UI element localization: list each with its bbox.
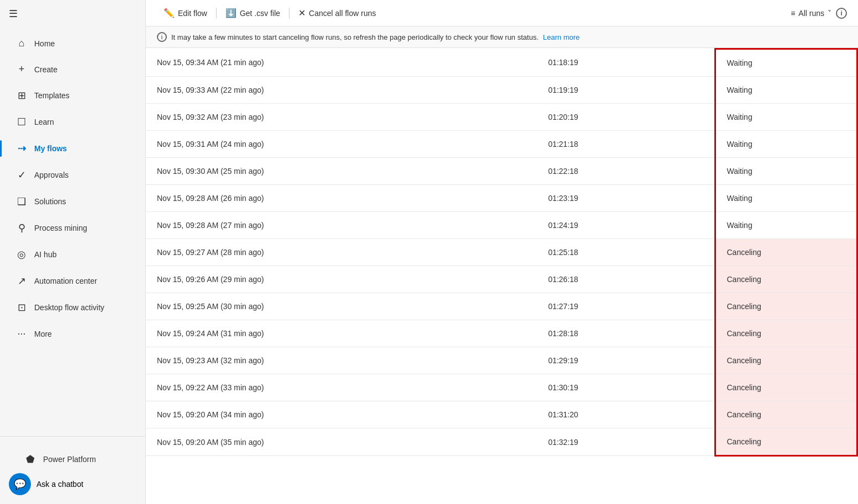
info-bar-icon: i bbox=[157, 32, 167, 42]
run-status: Waiting bbox=[715, 49, 857, 77]
sidebar-label-solutions: Solutions bbox=[34, 197, 66, 206]
table-row: Nov 15, 09:27 AM (28 min ago) 01:25:18 C… bbox=[146, 239, 857, 266]
edit-flow-label: Edit flow bbox=[178, 9, 207, 18]
sidebar-item-my-flows[interactable]: ⇢ My flows bbox=[4, 136, 141, 161]
get-csv-button[interactable]: ⬇️ Get .csv file bbox=[219, 4, 287, 22]
run-status: Waiting bbox=[715, 104, 857, 131]
run-duration: 01:20:19 bbox=[537, 104, 715, 131]
run-date: Nov 15, 09:30 AM (25 min ago) bbox=[146, 158, 537, 185]
table-row: Nov 15, 09:25 AM (30 min ago) 01:27:19 C… bbox=[146, 293, 857, 320]
toolbar: ✏️ Edit flow ⬇️ Get .csv file ✕ Cancel a… bbox=[146, 0, 858, 26]
sidebar-item-approvals[interactable]: ✓ Approvals bbox=[4, 162, 141, 188]
run-status: Waiting bbox=[715, 158, 857, 185]
sidebar-nav: ⌂ Home + Create ⊞ Templates ☐ Learn ⇢ My… bbox=[0, 28, 145, 436]
learn-icon: ☐ bbox=[15, 116, 28, 128]
run-date: Nov 15, 09:20 AM (34 min ago) bbox=[146, 401, 537, 428]
cancel-icon: ✕ bbox=[298, 8, 306, 18]
run-status: Waiting bbox=[715, 212, 857, 239]
run-status: Canceling bbox=[715, 320, 857, 347]
runs-table-area: Nov 15, 09:34 AM (21 min ago) 01:18:19 W… bbox=[146, 48, 858, 504]
run-date: Nov 15, 09:26 AM (29 min ago) bbox=[146, 266, 537, 293]
run-status: Canceling bbox=[715, 374, 857, 401]
run-duration: 01:24:19 bbox=[537, 212, 715, 239]
run-date: Nov 15, 09:27 AM (28 min ago) bbox=[146, 239, 537, 266]
edit-icon: ✏️ bbox=[164, 8, 175, 18]
toolbar-sep-2 bbox=[289, 8, 289, 19]
toolbar-info-icon[interactable]: i bbox=[836, 8, 847, 19]
run-status: Canceling bbox=[715, 347, 857, 374]
sidebar-item-templates[interactable]: ⊞ Templates bbox=[4, 83, 141, 108]
chatbot-label: Ask a chatbot bbox=[36, 480, 83, 489]
table-row: Nov 15, 09:30 AM (25 min ago) 01:22:18 W… bbox=[146, 158, 857, 185]
more-icon: ··· bbox=[15, 328, 28, 339]
run-duration: 01:30:19 bbox=[537, 374, 715, 401]
runs-table: Nov 15, 09:34 AM (21 min ago) 01:18:19 W… bbox=[146, 48, 858, 457]
sidebar-label-my-flows: My flows bbox=[34, 144, 67, 153]
solutions-icon: ❑ bbox=[15, 195, 28, 208]
cancel-runs-button[interactable]: ✕ Cancel all flow runs bbox=[292, 4, 382, 22]
my-flows-icon: ⇢ bbox=[15, 142, 28, 155]
sidebar-item-solutions[interactable]: ❑ Solutions bbox=[4, 189, 141, 214]
sidebar-bottom: ⬟ Power Platform 💬 Ask a chatbot bbox=[0, 436, 145, 504]
chatbot-icon: 💬 bbox=[9, 473, 31, 495]
sidebar-label-process-mining: Process mining bbox=[34, 224, 87, 232]
sidebar-label-automation-center: Automation center bbox=[34, 277, 97, 285]
run-date: Nov 15, 09:22 AM (33 min ago) bbox=[146, 374, 537, 401]
chevron-down-icon: ˅ bbox=[828, 9, 831, 18]
run-date: Nov 15, 09:23 AM (32 min ago) bbox=[146, 347, 537, 374]
sidebar-label-more: More bbox=[34, 330, 52, 338]
run-duration: 01:19:19 bbox=[537, 77, 715, 104]
run-status: Canceling bbox=[715, 239, 857, 266]
table-row: Nov 15, 09:28 AM (26 min ago) 01:23:19 W… bbox=[146, 185, 857, 212]
table-row: Nov 15, 09:23 AM (32 min ago) 01:29:19 C… bbox=[146, 347, 857, 374]
home-icon: ⌂ bbox=[15, 38, 28, 49]
sidebar: ☰ ⌂ Home + Create ⊞ Templates ☐ Learn ⇢ … bbox=[0, 0, 146, 504]
download-icon: ⬇️ bbox=[225, 8, 236, 18]
templates-icon: ⊞ bbox=[15, 89, 28, 102]
create-icon: + bbox=[15, 63, 28, 75]
sidebar-item-more[interactable]: ··· More bbox=[4, 321, 141, 346]
learn-more-link[interactable]: Learn more bbox=[543, 33, 580, 41]
run-date: Nov 15, 09:33 AM (22 min ago) bbox=[146, 77, 537, 104]
run-duration: 01:32:19 bbox=[537, 428, 715, 456]
run-date: Nov 15, 09:28 AM (27 min ago) bbox=[146, 212, 537, 239]
sidebar-item-automation-center[interactable]: ↗ Automation center bbox=[4, 268, 141, 294]
sidebar-item-process-mining[interactable]: ⚲ Process mining bbox=[4, 215, 141, 241]
table-row: Nov 15, 09:20 AM (35 min ago) 01:32:19 C… bbox=[146, 428, 857, 456]
process-mining-icon: ⚲ bbox=[15, 222, 28, 234]
table-row: Nov 15, 09:24 AM (31 min ago) 01:28:18 C… bbox=[146, 320, 857, 347]
sidebar-label-templates: Templates bbox=[34, 91, 70, 100]
run-status: Waiting bbox=[715, 131, 857, 158]
power-platform-icon: ⬟ bbox=[24, 453, 36, 465]
sidebar-item-power-platform[interactable]: ⬟ Power Platform bbox=[13, 447, 132, 472]
sidebar-label-learn: Learn bbox=[34, 118, 54, 126]
run-date: Nov 15, 09:20 AM (35 min ago) bbox=[146, 428, 537, 456]
approvals-icon: ✓ bbox=[15, 169, 28, 181]
run-duration: 01:22:18 bbox=[537, 158, 715, 185]
run-status: Canceling bbox=[715, 401, 857, 428]
all-runs-filter[interactable]: ≡ All runs ˅ bbox=[791, 9, 831, 18]
run-duration: 01:26:18 bbox=[537, 266, 715, 293]
edit-flow-button[interactable]: ✏️ Edit flow bbox=[157, 4, 214, 22]
sidebar-item-ai-hub[interactable]: ◎ AI hub bbox=[4, 242, 141, 267]
toolbar-sep-1 bbox=[216, 8, 217, 19]
run-duration: 01:21:18 bbox=[537, 131, 715, 158]
table-row: Nov 15, 09:22 AM (33 min ago) 01:30:19 C… bbox=[146, 374, 857, 401]
run-date: Nov 15, 09:34 AM (21 min ago) bbox=[146, 49, 537, 77]
sidebar-item-home[interactable]: ⌂ Home bbox=[4, 31, 141, 56]
run-status: Canceling bbox=[715, 293, 857, 320]
run-status: Canceling bbox=[715, 428, 857, 456]
run-status: Canceling bbox=[715, 266, 857, 293]
table-row: Nov 15, 09:34 AM (21 min ago) 01:18:19 W… bbox=[146, 49, 857, 77]
chatbot-button[interactable]: 💬 Ask a chatbot bbox=[9, 473, 136, 495]
run-duration: 01:18:19 bbox=[537, 49, 715, 77]
sidebar-item-learn[interactable]: ☐ Learn bbox=[4, 109, 141, 135]
run-date: Nov 15, 09:25 AM (30 min ago) bbox=[146, 293, 537, 320]
hamburger-menu[interactable]: ☰ bbox=[0, 0, 145, 28]
automation-center-icon: ↗ bbox=[15, 275, 28, 287]
all-runs-label: All runs bbox=[798, 9, 824, 18]
info-bar: i It may take a few minutes to start can… bbox=[146, 26, 858, 48]
sidebar-item-create[interactable]: + Create bbox=[4, 57, 141, 82]
sidebar-item-desktop-flow-activity[interactable]: ⊡ Desktop flow activity bbox=[4, 295, 141, 320]
table-row: Nov 15, 09:20 AM (34 min ago) 01:31:20 C… bbox=[146, 401, 857, 428]
